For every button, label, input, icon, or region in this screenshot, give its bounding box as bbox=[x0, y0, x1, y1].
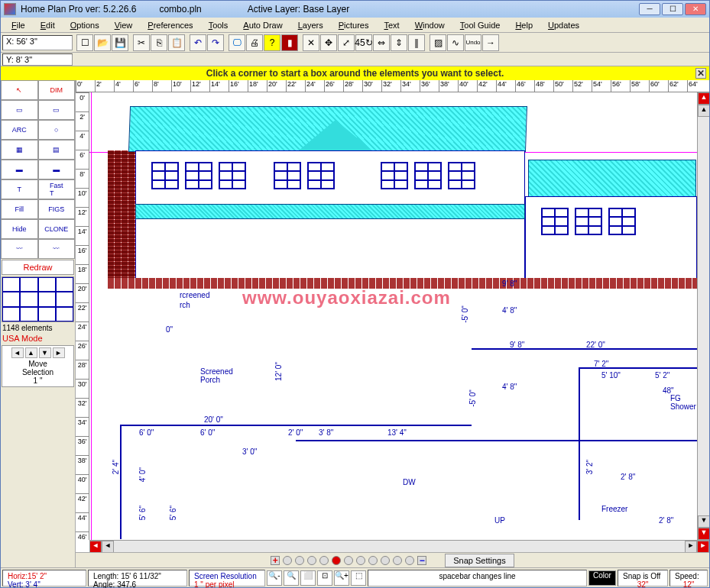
move-down-icon[interactable]: ▼ bbox=[39, 347, 51, 358]
menu-tool-guide[interactable]: Tool Guide bbox=[452, 19, 508, 31]
layer-dot[interactable] bbox=[405, 556, 414, 565]
layer-dot-active[interactable] bbox=[332, 556, 341, 565]
tool-tool7[interactable]: ▤ bbox=[38, 140, 76, 160]
paste-icon[interactable]: 📋 bbox=[168, 34, 185, 51]
zoom-fit-icon[interactable]: ⬜ bbox=[300, 570, 316, 586]
exit-icon[interactable]: ▮ bbox=[281, 34, 298, 51]
tool-fast t[interactable]: Fast T bbox=[38, 179, 76, 199]
move-icon[interactable]: ✥ bbox=[320, 34, 337, 51]
move-right-icon[interactable]: ► bbox=[53, 347, 65, 358]
zoom-all-icon[interactable]: ⬚ bbox=[351, 570, 366, 586]
tool-tool17[interactable]: 〰 bbox=[38, 239, 76, 259]
maximize-button[interactable]: ☐ bbox=[662, 3, 683, 15]
drawing-canvas[interactable]: www.ouyaoxiazai.com 9' 8" 4' 8" -5' 0" 9… bbox=[89, 92, 697, 540]
redo-icon[interactable]: ↷ bbox=[207, 34, 224, 51]
cut-icon[interactable]: ✂ bbox=[133, 34, 150, 51]
scrollbar-horizontal[interactable]: ◄ ◄ ► ► bbox=[89, 540, 709, 552]
close-button[interactable]: ✕ bbox=[685, 3, 706, 15]
zoom-out-icon[interactable]: 🔍- bbox=[267, 570, 282, 586]
menu-preferences[interactable]: Preferences bbox=[140, 19, 200, 31]
tool-tool16[interactable]: 〰 bbox=[1, 239, 38, 259]
tool-tool3[interactable]: ▭ bbox=[38, 100, 76, 120]
scrollbar-vertical[interactable]: ▲ ▲ ▼ ▼ bbox=[697, 92, 709, 540]
menu-view[interactable]: View bbox=[107, 19, 141, 31]
tool-fill[interactable]: Fill bbox=[1, 199, 38, 219]
line-tool-icon[interactable]: ▨ bbox=[430, 34, 446, 51]
menubar: FileEditOptionsViewPreferencesToolsAuto … bbox=[1, 18, 709, 33]
curve-tool-icon[interactable]: ∿ bbox=[447, 34, 464, 51]
delete-icon[interactable]: ✕ bbox=[303, 34, 319, 51]
menu-help[interactable]: Help bbox=[507, 19, 540, 31]
zoom-in-icon[interactable]: 🔍+ bbox=[334, 570, 349, 586]
move-selection-label: Selection bbox=[4, 368, 72, 376]
menu-tools[interactable]: Tools bbox=[201, 19, 236, 31]
tool-tool0[interactable]: ↖ bbox=[1, 80, 38, 100]
menu-pictures[interactable]: Pictures bbox=[331, 19, 377, 31]
screen-icon[interactable]: 🖵 bbox=[229, 34, 245, 51]
menu-file[interactable]: File bbox=[4, 19, 33, 31]
save-icon[interactable]: 💾 bbox=[112, 34, 128, 51]
tool-hide[interactable]: Hide bbox=[1, 219, 38, 239]
copy-icon[interactable]: ⎘ bbox=[151, 34, 167, 51]
redraw-button[interactable]: Redraw bbox=[2, 260, 74, 275]
tool-dim[interactable]: DIM bbox=[38, 80, 76, 100]
pattern-grid[interactable] bbox=[2, 276, 74, 322]
layer-dot[interactable] bbox=[381, 556, 390, 565]
layer-dot[interactable] bbox=[368, 556, 378, 565]
tool-arc[interactable]: ARC bbox=[1, 120, 38, 140]
tool-clone[interactable]: CLONE bbox=[38, 219, 76, 239]
scroll-down-button[interactable]: ▼ bbox=[698, 528, 709, 540]
flip-v-icon[interactable]: ⇕ bbox=[391, 34, 407, 51]
tool-figs[interactable]: FIGS bbox=[38, 199, 76, 219]
rotate-icon[interactable]: 45↻ bbox=[355, 34, 372, 51]
scroll-right-button[interactable]: ► bbox=[697, 541, 709, 553]
undo2-icon[interactable]: Undo bbox=[465, 34, 481, 51]
menu-window[interactable]: Window bbox=[407, 19, 452, 31]
layer-dot[interactable] bbox=[295, 556, 304, 565]
menu-layers[interactable]: Layers bbox=[290, 19, 331, 31]
tool-tool6[interactable]: ▦ bbox=[1, 140, 38, 160]
layer-dot[interactable] bbox=[319, 556, 329, 565]
tool-tool9[interactable]: ▬ bbox=[38, 160, 76, 179]
menu-auto-draw[interactable]: Auto Draw bbox=[235, 19, 290, 31]
add-layer-icon[interactable]: + bbox=[271, 556, 280, 565]
open-file-icon[interactable]: 📂 bbox=[94, 34, 111, 51]
menu-edit[interactable]: Edit bbox=[33, 19, 63, 31]
snap-settings-button[interactable]: Snap Settings bbox=[445, 554, 514, 567]
flip-h-icon[interactable]: ⇔ bbox=[373, 34, 390, 51]
remove-layer-icon[interactable]: − bbox=[417, 556, 426, 565]
layer-dot[interactable] bbox=[356, 556, 365, 565]
move-left-icon[interactable]: ◄ bbox=[11, 347, 24, 358]
status-bar: Horiz:15' 2" Vert: 3' 4" Length: 15' 6 1… bbox=[1, 567, 709, 587]
menu-text[interactable]: Text bbox=[376, 19, 407, 31]
status-res-label: Screen Resolution bbox=[194, 572, 260, 580]
layer-dot[interactable] bbox=[393, 556, 402, 565]
minimize-button[interactable]: ─ bbox=[639, 3, 660, 15]
scroll-up-button[interactable]: ▲ bbox=[698, 92, 709, 105]
menu-updates[interactable]: Updates bbox=[540, 19, 587, 31]
zoom-icon[interactable]: 🔍 bbox=[284, 570, 299, 586]
move-up-icon[interactable]: ▲ bbox=[25, 347, 37, 358]
arrow-right-icon[interactable]: → bbox=[482, 34, 499, 51]
tool-tool2[interactable]: ▭ bbox=[1, 100, 38, 120]
app-icon bbox=[4, 3, 16, 15]
tool-tool8[interactable]: ▬ bbox=[1, 160, 38, 179]
banner-close[interactable]: ✕ bbox=[695, 68, 706, 79]
zoom-window-icon[interactable]: ⊡ bbox=[317, 570, 332, 586]
menu-options[interactable]: Options bbox=[63, 19, 107, 31]
layer-dot[interactable] bbox=[283, 556, 292, 565]
scroll-left-button[interactable]: ◄ bbox=[89, 541, 102, 553]
tool-tool5[interactable]: ○ bbox=[38, 120, 76, 140]
print-icon[interactable]: 🖨 bbox=[246, 34, 263, 51]
resize-icon[interactable]: ⤢ bbox=[338, 34, 355, 51]
file-name: combo.pln bbox=[159, 4, 201, 15]
layer-dot[interactable] bbox=[344, 556, 353, 565]
new-file-icon[interactable]: ☐ bbox=[76, 34, 93, 51]
hint-text: Click a corner to start a box around the… bbox=[206, 68, 504, 79]
align-icon[interactable]: ‖ bbox=[408, 34, 425, 51]
undo-icon[interactable]: ↶ bbox=[190, 34, 206, 51]
tool-t[interactable]: T bbox=[1, 179, 38, 199]
help-icon[interactable]: ? bbox=[264, 34, 280, 51]
layer-dot[interactable] bbox=[307, 556, 316, 565]
color-button[interactable]: Color bbox=[588, 570, 616, 586]
